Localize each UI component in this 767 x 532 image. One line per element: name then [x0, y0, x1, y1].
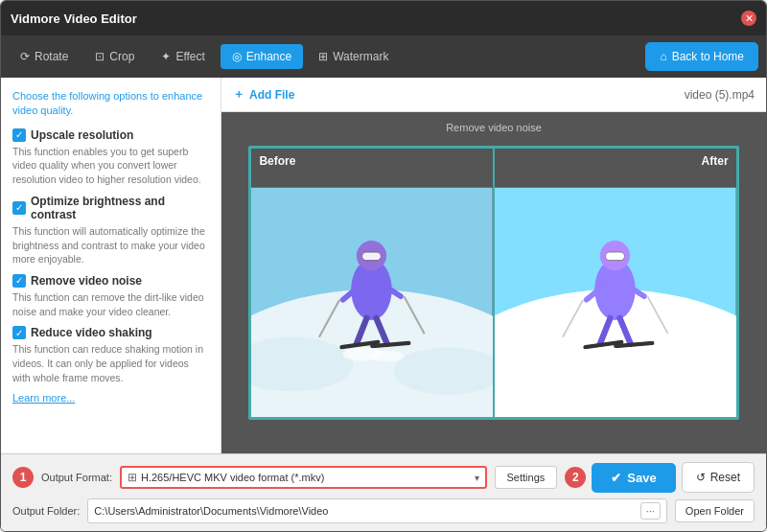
- toolbar: ⟳ Rotate ⊡ Crop ✦ Effect ◎ Enhance ⊞ Wat…: [1, 35, 766, 78]
- badge-2: 2: [565, 467, 586, 488]
- comparison-view: Before: [248, 146, 738, 420]
- add-file-button[interactable]: ＋ Add File: [233, 86, 294, 103]
- open-folder-button[interactable]: Open Folder: [675, 499, 755, 522]
- dropdown-arrow-icon: ▾: [475, 473, 479, 483]
- enhance-tab[interactable]: ◎ Enhance: [221, 44, 303, 69]
- crop-icon: ⊡: [95, 50, 105, 63]
- option-shaking: Reduce video shaking This function can r…: [12, 326, 209, 384]
- noise-label: Remove video noise: [31, 274, 142, 288]
- bottom-bar: 1 Output Format: ⊞ H.265/HEVC MKV video …: [1, 453, 766, 531]
- badge-1: 1: [12, 467, 34, 488]
- rotate-tab[interactable]: ⟳ Rotate: [9, 44, 80, 69]
- shaking-label: Reduce video shaking: [31, 326, 152, 339]
- format-value: H.265/HEVC MKV video format (*.mkv): [141, 472, 471, 483]
- format-icon: ⊞: [128, 471, 137, 484]
- after-label: After: [702, 154, 729, 168]
- format-row: 1 Output Format: ⊞ H.265/HEVC MKV video …: [12, 462, 755, 493]
- shaking-checkbox[interactable]: [12, 326, 26, 339]
- right-panel: ＋ Add File video (5).mp4 Remove video no…: [221, 78, 766, 453]
- panel-header: ＋ Add File video (5).mp4: [221, 78, 766, 112]
- watermark-tab[interactable]: ⊞ Watermark: [307, 44, 400, 69]
- before-side: Before: [251, 149, 493, 417]
- noise-label-overlay: Remove video noise: [446, 122, 542, 133]
- main-content: Choose the following options to enhance …: [1, 78, 766, 453]
- action-buttons: 2 ✔ Save ↺ Reset: [565, 462, 755, 493]
- svg-point-35: [614, 351, 647, 361]
- title-bar: Vidmore Video Editor ✕: [1, 1, 766, 35]
- after-side: After: [495, 149, 736, 417]
- svg-rect-24: [606, 252, 625, 261]
- brightness-label: Optimize brightness and contrast: [31, 195, 209, 221]
- home-icon: ⌂: [660, 50, 666, 63]
- shaking-desc: This function can reduce shaking motion …: [12, 342, 209, 384]
- upscale-checkbox[interactable]: [12, 128, 26, 142]
- option-noise: Remove video noise This function can rem…: [12, 274, 209, 318]
- reset-icon: ↺: [696, 471, 706, 484]
- crop-tab[interactable]: ⊡ Crop: [83, 44, 146, 69]
- learn-more-link[interactable]: Learn more...: [12, 392, 209, 404]
- save-icon: ✔: [611, 471, 621, 485]
- video-preview: Remove video noise Before: [221, 112, 766, 453]
- option-brightness: Optimize brightness and contrast This fu…: [12, 195, 209, 266]
- upscale-desc: This function enables you to get superb …: [12, 145, 209, 187]
- effect-icon: ✦: [161, 50, 171, 63]
- reset-button[interactable]: ↺ Reset: [682, 462, 755, 493]
- settings-button[interactable]: Settings: [495, 466, 558, 489]
- before-label: Before: [259, 154, 295, 168]
- enhance-icon: ◎: [232, 50, 242, 63]
- folder-label: Output Folder:: [12, 505, 80, 517]
- option-upscale: Upscale resolution This function enables…: [12, 128, 209, 187]
- noise-desc: This function can remove the dirt-like v…: [12, 290, 209, 318]
- brightness-checkbox[interactable]: [12, 201, 26, 215]
- close-button[interactable]: ✕: [741, 11, 756, 26]
- panel-instruction: Choose the following options to enhance …: [12, 89, 209, 119]
- left-panel: Choose the following options to enhance …: [1, 78, 221, 453]
- effect-tab[interactable]: ✦ Effect: [150, 44, 216, 69]
- rotate-icon: ⟳: [20, 50, 30, 63]
- folder-browse-button[interactable]: ···: [640, 502, 661, 520]
- format-select[interactable]: ⊞ H.265/HEVC MKV video format (*.mkv) ▾: [120, 466, 487, 489]
- svg-point-17: [370, 351, 404, 361]
- folder-path: C:\Users\Administrator\Documents\Vidmore…: [94, 505, 636, 517]
- noise-checkbox[interactable]: [12, 274, 26, 288]
- upscale-label: Upscale resolution: [31, 128, 133, 142]
- file-name: video (5).mp4: [685, 88, 755, 102]
- watermark-icon: ⊞: [318, 50, 328, 63]
- window-title: Vidmore Video Editor: [11, 12, 741, 26]
- svg-rect-6: [362, 252, 382, 261]
- comparison-divider: [493, 149, 495, 417]
- back-home-button[interactable]: ⌂ Back to Home: [645, 42, 758, 71]
- add-file-icon: ＋: [233, 86, 244, 103]
- brightness-desc: This function will automatically optimiz…: [12, 224, 209, 266]
- folder-input[interactable]: C:\Users\Administrator\Documents\Vidmore…: [87, 498, 667, 523]
- save-button[interactable]: ✔ Save: [592, 463, 675, 493]
- format-label: Output Format:: [41, 472, 112, 483]
- folder-row: Output Folder: C:\Users\Administrator\Do…: [12, 498, 755, 523]
- main-window: Vidmore Video Editor ✕ ⟳ Rotate ⊡ Crop ✦…: [0, 0, 767, 532]
